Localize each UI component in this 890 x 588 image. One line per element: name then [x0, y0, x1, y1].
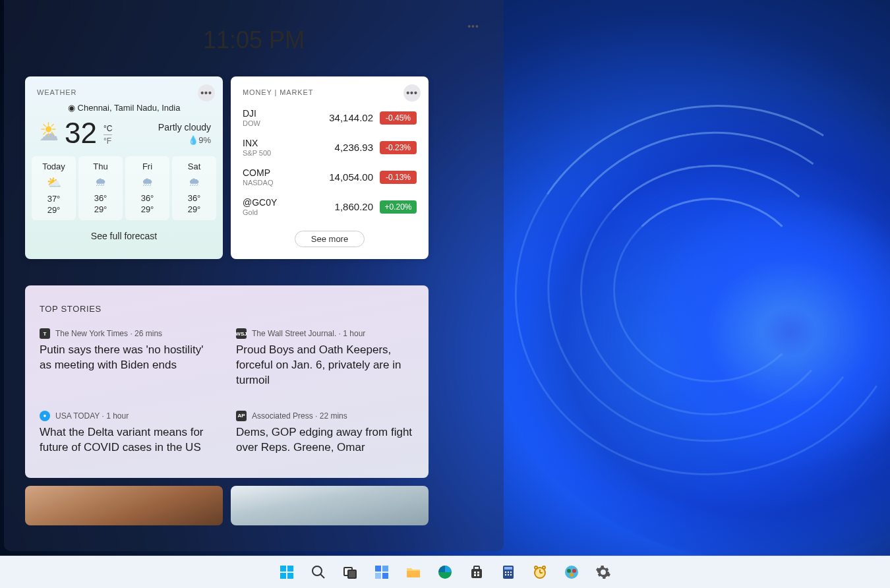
forecast-day[interactable]: Fri 🌧 36° 29°: [125, 156, 169, 220]
forecast-day[interactable]: Thu 🌧 36° 29°: [78, 156, 123, 220]
unit-fahrenheit[interactable]: °F: [104, 136, 112, 146]
svg-rect-1: [287, 566, 293, 572]
svg-rect-2: [280, 573, 286, 579]
taskbar-start-button[interactable]: [274, 559, 300, 585]
market-row[interactable]: @GC0Y Gold 1,860.20 +0.20%: [243, 192, 417, 221]
svg-line-5: [320, 574, 324, 578]
svg-point-4: [312, 566, 322, 575]
weather-condition-text: Partly cloudy: [158, 122, 211, 132]
story-headline: Putin says there was 'no hostility' as m…: [40, 343, 218, 373]
svg-rect-8: [375, 566, 381, 572]
story-headline: What the Delta variant means for future …: [40, 425, 218, 456]
market-value: 1,860.20: [335, 201, 373, 212]
forecast-day-icon: 🌧: [175, 175, 214, 189]
taskbar-calculator-button[interactable]: [495, 559, 521, 585]
svg-point-26: [508, 574, 509, 575]
market-value: 34,144.02: [329, 112, 373, 123]
taskbar-search-button[interactable]: [305, 559, 332, 585]
taskbar-store-button[interactable]: [463, 559, 490, 585]
forecast-day[interactable]: Sat 🌧 36° 29°: [172, 156, 216, 220]
market-widget[interactable]: ••• MONEY | MARKET DJI DOW 34,144.02 -0.…: [231, 76, 429, 259]
svg-point-34: [567, 569, 571, 573]
story-item[interactable]: T The New York Times · 26 mins Putin say…: [40, 328, 218, 388]
market-more-button[interactable]: •••: [403, 84, 421, 102]
taskbar-task-view-button[interactable]: [337, 559, 363, 585]
svg-rect-17: [477, 572, 479, 573]
forecast-day-icon: ⛅: [34, 175, 73, 190]
forecast-day-name: Today: [34, 162, 73, 171]
more-icon: •••: [406, 88, 418, 98]
taskbar-snipping-tool-button[interactable]: [558, 559, 585, 585]
forecast-day-name: Fri: [128, 162, 167, 171]
market-row[interactable]: INX S&P 500 4,236.93 -0.23%: [243, 132, 417, 162]
svg-point-35: [572, 569, 576, 573]
story-item[interactable]: ● USA TODAY · 1 hour What the Delta vari…: [40, 411, 218, 456]
svg-rect-15: [474, 566, 479, 570]
story-headline: Proud Boys and Oath Keepers, forceful on…: [236, 343, 414, 388]
story-source: USA TODAY · 1 hour: [55, 411, 129, 421]
forecast-day-icon: 🌧: [128, 175, 167, 189]
news-image-card[interactable]: [231, 486, 429, 525]
weather-humidity-value: 9%: [198, 135, 211, 145]
more-icon: •••: [467, 21, 479, 32]
story-source-icon: WSJ: [236, 328, 247, 339]
svg-point-32: [543, 566, 545, 569]
story-source: The Wall Street Journal. · 1 hour: [252, 329, 365, 338]
unit-celsius[interactable]: °C: [104, 124, 112, 135]
weather-widget[interactable]: ••• WEATHER ◉ Chennai, Tamil Nadu, India…: [25, 76, 223, 259]
svg-rect-21: [504, 567, 512, 570]
story-item[interactable]: WSJ The Wall Street Journal. · 1 hour Pr…: [236, 328, 414, 388]
svg-rect-3: [287, 573, 293, 579]
story-source: The New York Times · 26 mins: [55, 329, 162, 338]
svg-point-24: [510, 572, 512, 573]
market-symbol: INX: [243, 138, 335, 148]
taskbar-edge-button[interactable]: [432, 559, 458, 585]
svg-point-25: [505, 574, 506, 575]
forecast-high: 36°: [175, 193, 214, 203]
forecast-low: 29°: [34, 205, 73, 215]
forecast-day[interactable]: Today ⛅ 37° 29°: [32, 156, 76, 220]
svg-point-22: [505, 572, 506, 573]
weather-more-button[interactable]: •••: [198, 84, 215, 102]
forecast-day-name: Thu: [81, 162, 120, 171]
market-symbol: DJI: [243, 108, 329, 119]
widgets-panel: ••• 11:05 PM ••• WEATHER ◉ Chennai, Tami…: [4, 0, 504, 551]
market-change: +0.20%: [380, 200, 417, 214]
svg-rect-7: [348, 570, 356, 578]
top-stories-widget: TOP STORIES T The New York Times · 26 mi…: [25, 285, 429, 478]
story-headline: Dems, GOP edging away from fight over Re…: [236, 425, 414, 456]
taskbar-file-explorer-button[interactable]: [400, 559, 427, 585]
market-row[interactable]: COMP NASDAQ 14,054.00 -0.13%: [243, 162, 417, 192]
taskbar-settings-button[interactable]: [590, 559, 616, 585]
market-change: -0.23%: [380, 141, 417, 154]
taskbar-widgets-button[interactable]: [369, 559, 395, 585]
market-see-more-button[interactable]: See more: [295, 231, 365, 247]
story-source: Associated Press · 22 mins: [252, 411, 347, 421]
market-symbol: @GC0Y: [243, 197, 335, 208]
svg-rect-11: [382, 573, 388, 579]
svg-rect-14: [471, 569, 482, 578]
story-source-icon: ●: [40, 411, 50, 421]
forecast-low: 29°: [175, 204, 214, 214]
weather-units[interactable]: °C °F: [104, 121, 112, 146]
weather-temp: 32: [65, 117, 97, 150]
panel-more-button[interactable]: •••: [464, 17, 483, 36]
svg-point-36: [570, 573, 574, 577]
svg-point-27: [510, 574, 512, 575]
taskbar: [0, 556, 890, 588]
market-change: -0.45%: [380, 111, 417, 125]
market-name: S&P 500: [243, 149, 335, 157]
more-icon: •••: [200, 88, 212, 98]
market-value: 4,236.93: [335, 142, 373, 153]
forecast-high: 37°: [34, 194, 73, 204]
see-full-forecast-link[interactable]: See full forecast: [25, 220, 223, 253]
news-image-card[interactable]: [25, 486, 223, 525]
forecast-day-name: Sat: [175, 162, 214, 171]
top-stories-title: TOP STORIES: [40, 304, 414, 314]
market-row[interactable]: DJI DOW 34,144.02 -0.45%: [243, 103, 417, 132]
market-symbol: COMP: [243, 167, 329, 178]
forecast-high: 36°: [81, 193, 120, 203]
story-item[interactable]: AP Associated Press · 22 mins Dems, GOP …: [236, 411, 414, 456]
market-name: Gold: [243, 208, 335, 216]
taskbar-clock-button[interactable]: [527, 559, 553, 585]
